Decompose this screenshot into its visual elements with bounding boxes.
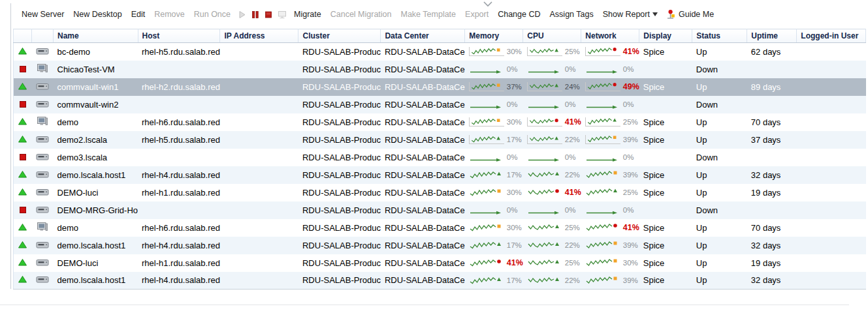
server-vm-icon: [36, 134, 49, 143]
col-header-cluster[interactable]: Cluster: [298, 29, 381, 43]
vm-datacenter: RDU-SALAB-DataCe: [381, 201, 465, 219]
header-row: NameHostIP AddressClusterData CenterMemo…: [14, 29, 866, 43]
table-row[interactable]: demo.lscala.host1 rhel-h4.rdu.salab.red …: [14, 272, 866, 290]
vm-name: DEMO-MRG-Grid-Ho: [54, 201, 138, 219]
network-sparkline: 0%: [585, 100, 639, 109]
new-server-button[interactable]: New Server: [17, 8, 69, 21]
memory-percent: 0%: [507, 153, 518, 161]
vm-cpu-cell: 25%: [523, 219, 581, 237]
status-up-icon: [18, 118, 27, 125]
vm-name: demo2.lscala: [54, 131, 138, 149]
col-header-status[interactable]: Status: [692, 29, 747, 43]
vm-display: Spice: [639, 272, 692, 290]
cpu-sparkline: 24%: [527, 82, 581, 91]
vm-cluster: RDU-SALAB-Produc: [298, 131, 381, 149]
network-percent: 0%: [623, 153, 634, 161]
table-row[interactable]: commvault-win2 RDU-SALAB-Produc RDU-SALA…: [14, 96, 866, 113]
vm-ip: [220, 237, 298, 254]
new-desktop-button[interactable]: New Desktop: [69, 8, 126, 21]
guide-me-button[interactable]: Guide Me: [662, 7, 718, 22]
vm-logged-in-user: [797, 166, 866, 184]
col-header-display[interactable]: Display: [639, 29, 692, 43]
vm-table: NameHostIP AddressClusterData CenterMemo…: [13, 29, 866, 290]
vm-network-cell: 39%: [581, 131, 639, 149]
vm-ip: [220, 113, 298, 131]
server-vm-icon: [36, 187, 49, 196]
edit-button[interactable]: Edit: [127, 8, 150, 21]
vm-status-cell: [14, 166, 32, 184]
col-header-data-center[interactable]: Data Center: [381, 29, 465, 43]
vm-logged-in-user: [797, 78, 866, 96]
change-cd-button[interactable]: Change CD: [493, 8, 545, 21]
vm-status-cell: [14, 272, 32, 290]
cpu-percent: 22%: [565, 136, 580, 143]
table-row[interactable]: DEMO-MRG-Grid-Ho RDU-SALAB-Produc RDU-SA…: [14, 201, 866, 219]
vm-ip: [220, 61, 298, 78]
col-header-status-icon[interactable]: [14, 29, 32, 43]
vm-uptime: 19 days: [747, 254, 797, 272]
table-row[interactable]: demo rhel-h6.rdu.salab.red RDU-SALAB-Pro…: [14, 113, 866, 131]
vm-status-text: Up: [692, 43, 747, 61]
col-header-type-icon[interactable]: [32, 29, 54, 43]
network-percent: 41%: [623, 47, 639, 56]
table-row[interactable]: DEMO-luci rhel-h1.rdu.salab.red RDU-SALA…: [14, 254, 866, 272]
col-header-ip-address[interactable]: IP Address: [220, 29, 298, 43]
memory-sparkline: 17%: [469, 170, 523, 179]
col-header-network[interactable]: Network: [581, 29, 639, 43]
col-header-name[interactable]: Name: [54, 29, 138, 43]
vm-memory-cell: 30%: [465, 184, 523, 201]
table-row-selected[interactable]: commvault-win1 rhel-h2.rdu.salab.red RDU…: [14, 78, 866, 96]
network-sparkline: 39%: [585, 135, 639, 144]
vm-type-cell: [32, 113, 54, 131]
table-row[interactable]: demo2.lscala rhel-h5.rdu.salab.red RDU-S…: [14, 131, 866, 149]
vm-network-cell: 41%: [581, 219, 639, 237]
migrate-button[interactable]: Migrate: [289, 8, 326, 21]
server-vm-icon: [36, 170, 49, 179]
vm-logged-in-user: [797, 61, 866, 78]
vm-datacenter: RDU-SALAB-DataCe: [381, 166, 465, 184]
vm-network-cell: 30%: [581, 254, 639, 272]
table-row[interactable]: bc-demo rhel-h5.rdu.salab.red RDU-SALAB-…: [14, 43, 866, 61]
table-row[interactable]: demo.lscala.host1 rhel-h4.rdu.salab.red …: [14, 166, 866, 184]
vm-status-cell: [14, 113, 32, 131]
cpu-percent: 22%: [565, 276, 580, 284]
col-header-host[interactable]: Host: [138, 29, 220, 43]
pause-icon[interactable]: [249, 8, 262, 21]
vm-display: [639, 201, 692, 219]
network-percent: 39%: [623, 241, 638, 249]
vm-memory-cell: 0%: [465, 61, 523, 78]
vm-cluster: RDU-SALAB-Produc: [298, 237, 381, 254]
vm-status-text: Down: [692, 149, 747, 166]
vm-status-cell: [14, 78, 32, 96]
col-header-memory[interactable]: Memory: [465, 29, 523, 43]
vm-name: bc-demo: [54, 43, 138, 61]
memory-percent: 30%: [507, 118, 522, 126]
vm-status-text: Up: [692, 184, 747, 201]
network-sparkline: 0%: [585, 153, 639, 162]
cpu-sparkline: 0%: [527, 100, 581, 109]
table-row[interactable]: ChicaoTest-VM RDU-SALAB-Produc RDU-SALAB…: [14, 61, 866, 78]
show-report-button[interactable]: Show Report: [598, 8, 662, 21]
col-header-logged-in-user[interactable]: Logged-in User: [797, 29, 866, 43]
cpu-percent: 0%: [565, 65, 576, 73]
vm-host: rhel-h4.rdu.salab.red: [138, 272, 220, 290]
vm-memory-cell: 30%: [465, 43, 523, 61]
vm-datacenter: RDU-SALAB-DataCe: [381, 184, 465, 201]
vm-status-text: Up: [692, 272, 747, 290]
vm-cpu-cell: 25%: [523, 43, 581, 61]
memory-sparkline: 37%: [469, 82, 523, 91]
table-row[interactable]: demo rhel-h6.rdu.salab.red RDU-SALAB-Pro…: [14, 219, 866, 237]
vm-logged-in-user: [797, 131, 866, 149]
play-icon: [235, 8, 249, 21]
col-header-cpu[interactable]: CPU: [523, 29, 581, 43]
table-row[interactable]: DEMO-luci rhel-h1.rdu.salab.red RDU-SALA…: [14, 184, 866, 201]
server-vm-icon: [36, 240, 49, 249]
vm-datacenter: RDU-SALAB-DataCe: [381, 43, 465, 61]
vm-status-cell: [14, 43, 32, 61]
stop-icon[interactable]: [262, 8, 275, 21]
assign-tags-button[interactable]: Assign Tags: [545, 8, 598, 21]
table-row[interactable]: demo.lscala.host1 rhel-h4.rdu.salab.red …: [14, 237, 866, 254]
table-row[interactable]: demo3.lscala RDU-SALAB-Produc RDU-SALAB-…: [14, 149, 866, 166]
col-header-uptime[interactable]: Uptime: [747, 29, 797, 43]
vm-memory-cell: 17%: [465, 237, 523, 254]
